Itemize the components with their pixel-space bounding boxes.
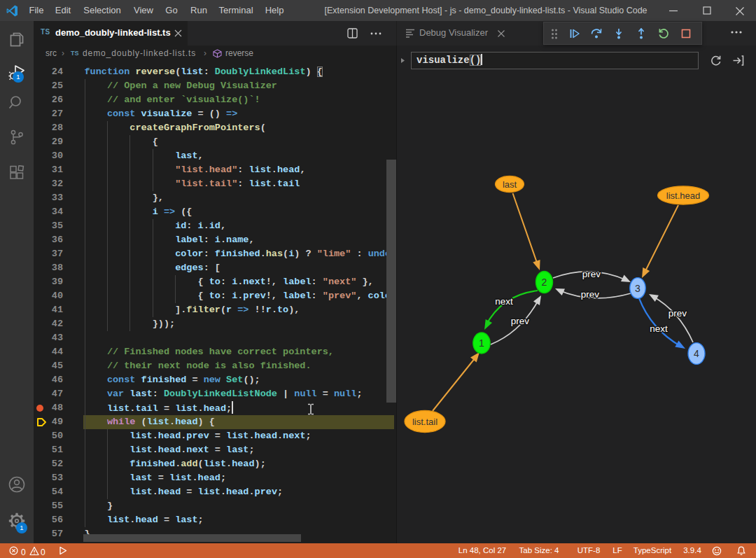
svg-text:4: 4: [694, 348, 699, 359]
svg-text:prev: prev: [581, 289, 600, 300]
svg-text:next: next: [650, 323, 668, 334]
svg-text:3: 3: [635, 283, 640, 294]
svg-text:next: next: [495, 296, 513, 307]
svg-text:list.tail: list.tail: [412, 417, 438, 427]
svg-text:prev: prev: [511, 316, 530, 326]
svg-text:list.head: list.head: [666, 190, 700, 201]
svg-text:last: last: [503, 179, 517, 190]
svg-text:prev: prev: [668, 308, 687, 319]
svg-text:1: 1: [479, 337, 484, 349]
svg-text:prev: prev: [582, 269, 601, 279]
svg-text:2: 2: [542, 277, 547, 288]
